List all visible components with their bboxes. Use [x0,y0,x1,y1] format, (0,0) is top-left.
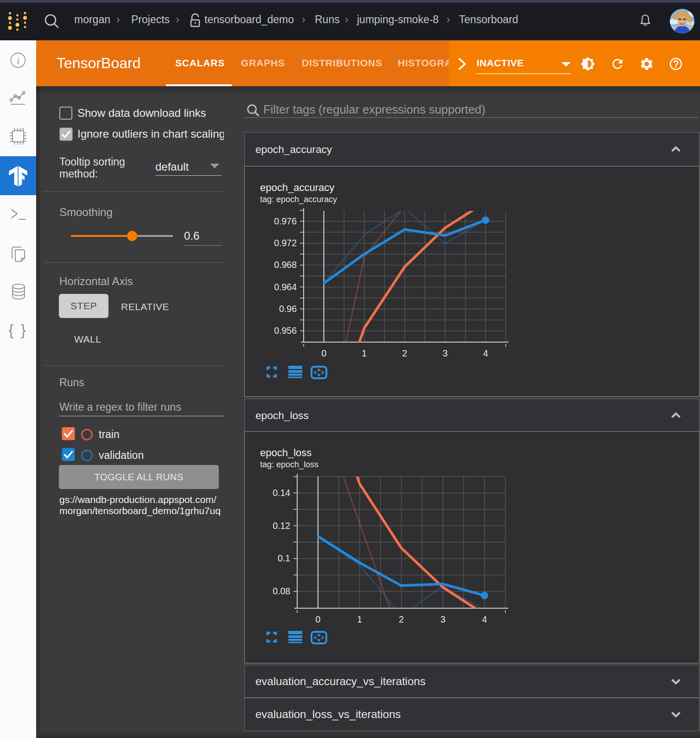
svg-text:epoch_loss: epoch_loss [260,447,312,458]
svg-text:0.964: 0.964 [274,282,297,292]
svg-text:1: 1 [362,348,367,358]
svg-text:tag: epoch_loss: tag: epoch_loss [260,460,318,470]
svg-text:i: i [17,55,19,66]
svg-text:epoch_accuracy: epoch_accuracy [260,182,334,193]
svg-text:0.14: 0.14 [273,488,290,498]
svg-text:0.972: 0.972 [274,238,297,248]
svg-text:0.12: 0.12 [273,521,290,531]
svg-text:0.08: 0.08 [273,586,290,596]
svg-text:2: 2 [402,348,407,358]
svg-text:0.1: 0.1 [278,553,290,563]
svg-text:0: 0 [316,614,321,624]
svg-text:4: 4 [482,614,487,624]
svg-text:0.96: 0.96 [279,304,297,314]
svg-text:3: 3 [443,348,448,358]
svg-text:2: 2 [399,614,404,624]
svg-text:0: 0 [321,348,326,358]
svg-text:tag: epoch_accuracy: tag: epoch_accuracy [260,195,337,204]
svg-text:0.956: 0.956 [274,325,297,336]
svg-text:0.968: 0.968 [274,260,297,270]
svg-text:4: 4 [483,348,488,358]
svg-text:0.976: 0.976 [274,216,297,226]
svg-text:1: 1 [357,614,362,624]
svg-text:3: 3 [440,614,445,624]
